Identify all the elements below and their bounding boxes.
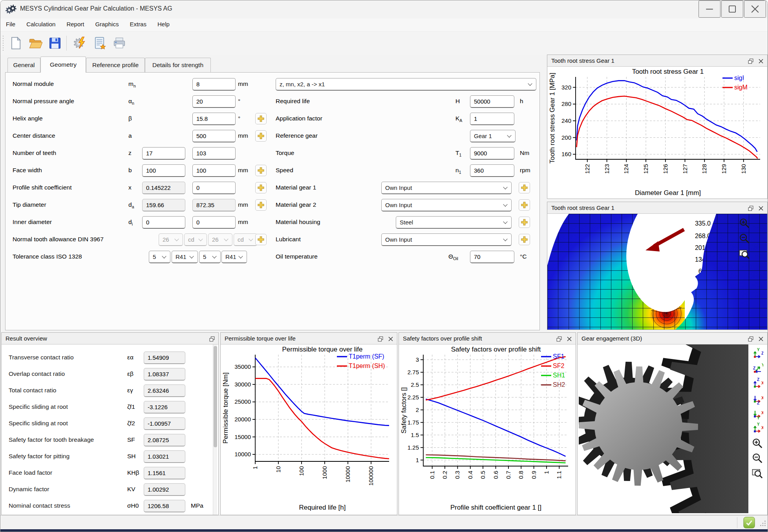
menu-help[interactable]: Help bbox=[152, 18, 175, 30]
menu-graphics[interactable]: Graphics bbox=[90, 18, 124, 30]
tolerance-class-iso-1328-select-0[interactable]: 5 bbox=[149, 251, 170, 263]
save-file-button[interactable] bbox=[46, 34, 64, 52]
menu-file[interactable]: File bbox=[0, 18, 21, 30]
view-top-button[interactable]: ZX bbox=[751, 377, 764, 390]
result-scrollbar-thumb[interactable] bbox=[214, 346, 217, 447]
material-gear-1-edit-button[interactable] bbox=[519, 182, 530, 193]
new-file-button[interactable] bbox=[7, 34, 25, 52]
result-scrollbar[interactable] bbox=[213, 344, 217, 515]
gear2-center-distance-input[interactable] bbox=[192, 130, 236, 142]
material-gear-2-select[interactable]: Own Input bbox=[381, 199, 512, 211]
close-small-icon bbox=[387, 335, 395, 343]
report-button[interactable] bbox=[91, 34, 109, 52]
tooth-root-stress-fem-close-button[interactable] bbox=[756, 204, 766, 212]
gear2-helix-angle-input[interactable] bbox=[192, 113, 236, 125]
resize-grip-icon[interactable] bbox=[758, 519, 767, 527]
reference-gear-sizing-button[interactable] bbox=[255, 130, 267, 142]
tooth-root-stress-fem-float-button[interactable] bbox=[746, 204, 755, 212]
tooth-root-stress-chart-close-button[interactable] bbox=[756, 56, 766, 65]
gear-engagement-3d-float-button[interactable] bbox=[746, 334, 755, 343]
sizing-mode-combobox[interactable]: z, mn, x2, a -> x1 bbox=[276, 78, 536, 91]
gear2-normal-module-input[interactable] bbox=[192, 78, 236, 91]
svg-text:35000: 35000 bbox=[234, 363, 251, 370]
symbol-label: a bbox=[128, 132, 132, 139]
normal-tooth-allowance-din-3967-select-2[interactable]: 26 bbox=[208, 233, 232, 246]
application-factor-input[interactable] bbox=[470, 113, 514, 125]
required-life-input[interactable] bbox=[470, 95, 514, 108]
fem-zoom-out-button[interactable] bbox=[738, 232, 751, 245]
window-maximize-button[interactable] bbox=[721, 0, 743, 18]
normal-tooth-allowance-din-3967-select-1[interactable]: cd bbox=[184, 233, 207, 246]
open-file-button[interactable] bbox=[26, 34, 44, 52]
calculate-button[interactable] bbox=[71, 34, 89, 52]
gear1-inner-diameter-input[interactable] bbox=[142, 216, 185, 229]
tab-general[interactable]: General bbox=[7, 58, 40, 73]
menu-calculation[interactable]: Calculation bbox=[21, 18, 61, 30]
gear2-face-width-input[interactable] bbox=[192, 164, 236, 177]
menu-extras[interactable]: Extras bbox=[124, 18, 152, 30]
gear2-tip-diameter-input[interactable] bbox=[192, 199, 236, 211]
normal-tooth-allowance-din-3967-select-0[interactable]: 26 bbox=[159, 233, 183, 246]
gear2-profile-shift-coefficient-input[interactable] bbox=[192, 182, 236, 194]
permissible-torque-close-button[interactable] bbox=[386, 334, 395, 343]
lubricant-sizing-button[interactable] bbox=[255, 234, 267, 245]
toolbar-handle[interactable] bbox=[2, 35, 4, 52]
close-small-icon bbox=[757, 335, 765, 343]
result-overview-float-button[interactable] bbox=[207, 334, 217, 343]
view-back-button[interactable]: YZ bbox=[751, 363, 764, 375]
material-housing-select[interactable]: Steel bbox=[396, 216, 512, 229]
torque-input[interactable] bbox=[470, 147, 514, 160]
view-front-button[interactable]: YZ bbox=[751, 348, 764, 360]
gear-engagement-3d-close-button[interactable] bbox=[756, 334, 766, 343]
svg-text:SH2: SH2 bbox=[553, 381, 565, 388]
tab-details-for-strength[interactable]: Details for strength bbox=[145, 58, 211, 73]
result-symbol: εγ bbox=[127, 387, 133, 394]
gear1-face-width-input[interactable] bbox=[142, 164, 185, 177]
permissible-torque-float-button[interactable] bbox=[376, 334, 385, 343]
tooth-root-stress-chart-float-button[interactable] bbox=[746, 56, 755, 65]
statusbar bbox=[0, 515, 768, 529]
gear1-number-of-teeth-input[interactable] bbox=[142, 147, 185, 160]
gear1-tip-diameter-input[interactable] bbox=[142, 199, 185, 211]
view-left-button[interactable]: YX bbox=[751, 407, 764, 420]
reference-gear-select[interactable]: Gear 1 bbox=[470, 130, 516, 142]
tab-reference-profile[interactable]: Reference profile bbox=[86, 58, 145, 73]
lubricant-select[interactable]: Own Input bbox=[381, 233, 512, 246]
fem-zoom-in-button[interactable] bbox=[738, 217, 751, 230]
tolerance-class-iso-1328-select-2[interactable]: 5 bbox=[199, 251, 221, 263]
tolerance-class-iso-1328-select-1[interactable]: R41 bbox=[172, 251, 198, 263]
gear3d-zoom-fit-button[interactable] bbox=[751, 467, 764, 479]
unit-label: Nm bbox=[520, 149, 529, 157]
print-button[interactable] bbox=[110, 34, 128, 52]
view-bottom-button[interactable]: ZX bbox=[751, 392, 764, 405]
fem-zoom-fit-button[interactable] bbox=[738, 248, 751, 260]
gear2-normal-pressure-angle-input[interactable] bbox=[192, 95, 236, 108]
window-close-button[interactable] bbox=[744, 0, 766, 18]
material-gear-2-sizing-button[interactable] bbox=[255, 199, 267, 211]
material-gear-2-edit-button[interactable] bbox=[519, 199, 530, 211]
safety-factors-close-button[interactable] bbox=[565, 334, 574, 343]
menu-report[interactable]: Report bbox=[61, 18, 90, 30]
gear2-inner-diameter-input[interactable] bbox=[192, 216, 236, 229]
tab-geometry[interactable]: Geometry bbox=[40, 56, 86, 73]
gear1-profile-shift-coefficient-input[interactable] bbox=[142, 182, 185, 194]
application-factor-sizing-button[interactable] bbox=[255, 113, 267, 124]
speed-input[interactable] bbox=[470, 164, 514, 177]
oil-temperature-input[interactable] bbox=[470, 251, 514, 263]
material-housing-edit-button[interactable] bbox=[519, 217, 530, 228]
calculation-status-button[interactable] bbox=[743, 517, 755, 528]
normal-tooth-allowance-din-3967-select-3[interactable]: cd bbox=[234, 233, 257, 246]
gear3d-zoom-out-button[interactable] bbox=[751, 452, 764, 465]
result-label: Total contact ratio bbox=[9, 387, 56, 394]
gear-3d-render[interactable] bbox=[579, 344, 748, 513]
speed-sizing-button[interactable] bbox=[255, 165, 267, 176]
lubricant-edit-button[interactable] bbox=[519, 234, 530, 245]
gear3d-zoom-in-button[interactable] bbox=[751, 437, 764, 450]
tolerance-class-iso-1328-select-3[interactable]: R41 bbox=[221, 251, 247, 263]
material-gear-1-sizing-button[interactable] bbox=[255, 182, 267, 193]
view-right-button[interactable]: YX bbox=[751, 422, 764, 435]
gear2-number-of-teeth-input[interactable] bbox=[192, 147, 236, 160]
safety-factors-float-button[interactable] bbox=[554, 334, 564, 343]
window-minimize-button[interactable] bbox=[699, 0, 720, 18]
material-gear-1-select[interactable]: Own Input bbox=[381, 182, 512, 194]
